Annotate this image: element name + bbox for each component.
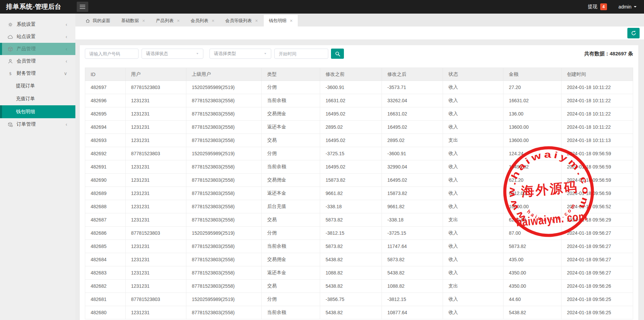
table-cell: 16495.02 [320, 107, 382, 121]
sidebar-subitem-recharge-orders[interactable]: 充值订单 [0, 92, 75, 105]
chevron-left-icon: ‹ [66, 34, 67, 39]
sidebar-toggle-button[interactable] [77, 2, 88, 12]
user-icon [7, 58, 14, 64]
close-icon[interactable]: × [255, 18, 258, 23]
close-icon[interactable]: × [177, 18, 180, 23]
table-cell: 16495.02 [320, 134, 382, 147]
sidebar-item-order-management[interactable]: 订单管理‹ [0, 118, 75, 130]
withdraw-label: 提现 [588, 4, 597, 10]
header-right: 提现 4 admin [588, 3, 644, 10]
table-cell: 2024-01-18 09:56:27 [562, 240, 633, 253]
sidebar-item-finance-management[interactable]: $财务管理∨ [0, 67, 75, 79]
status-select[interactable]: 请选择状态 ▼ [142, 49, 203, 59]
sidebar-subitem-withdraw-orders[interactable]: 提现订单 [0, 79, 75, 92]
table-cell: 分佣 [262, 147, 320, 160]
column-header: ID [85, 68, 126, 81]
refresh-button[interactable] [627, 28, 640, 38]
table-cell: 收入 [443, 240, 503, 253]
search-icon [334, 51, 341, 57]
table-cell: 2024-01-18 09:56:59 [562, 160, 633, 174]
sidebar-item-system-settings[interactable]: 系统设置‹ [0, 18, 75, 31]
column-header: 用户 [126, 68, 186, 81]
table-cell: 1231231 [126, 280, 186, 293]
table-cell: 482682 [85, 280, 126, 293]
sidebar-subitem-wallet-details[interactable]: 钱包明细 [0, 105, 75, 118]
table-cell: 27.20 [503, 81, 562, 94]
table-cell: 87781523803 [126, 227, 186, 240]
table-cell: 87781523803 [126, 81, 186, 94]
table-cell: -3600.91 [320, 81, 382, 94]
sidebar-item-site-settings[interactable]: 站点设置‹ [0, 31, 75, 43]
table-cell: 15202595989(2519) [186, 293, 262, 306]
cube-icon [7, 46, 14, 52]
table-cell: 15873.82 [382, 187, 443, 200]
tab-member-level-list[interactable]: 会员等级列表× [220, 15, 263, 26]
start-time-input[interactable] [274, 49, 328, 59]
chevron-left-icon: ‹ [66, 47, 67, 51]
tab-member-list[interactable]: 会员列表× [185, 15, 219, 26]
table-cell: 当前余额 [262, 306, 320, 319]
close-icon[interactable]: × [211, 18, 214, 23]
search-button[interactable] [331, 49, 344, 59]
sidebar-item-label: 财务管理 [17, 70, 36, 76]
table-cell: 32990.04 [382, 160, 443, 174]
table-cell: -338.18 [320, 200, 382, 213]
table-cell: 收入 [443, 174, 503, 187]
table-cell: 2024-01-18 09:56:26 [562, 280, 633, 293]
table-row: 482696123123187781523803(2558)当前余额16631.… [85, 94, 633, 107]
type-select[interactable]: 请选择类型 ▼ [209, 49, 271, 59]
table-cell: 1088.82 [320, 266, 382, 280]
table-cell: 87781523803(2558) [186, 134, 262, 147]
withdraw-shortcut[interactable]: 提现 4 [588, 3, 607, 10]
table-cell: 1231231 [126, 107, 186, 121]
table-row: 482689123123187781523803(2558)返还本金9661.8… [85, 187, 633, 200]
table-cell: 16495.02 [503, 160, 562, 174]
table-cell: 2024-01-18 10:11:22 [562, 94, 633, 107]
table-cell: 16631.02 [503, 94, 562, 107]
table-row: 482687123123187781523803(2558)交易5873.82-… [85, 213, 633, 227]
table-cell: 支出 [443, 280, 503, 293]
table-cell: 15202595989(2519) [186, 81, 262, 94]
table-cell: -3573.71 [382, 81, 443, 94]
table-row: 482684123123187781523803(2558)交易佣金5438.8… [85, 253, 633, 266]
tab-label: 我的桌面 [93, 18, 110, 24]
table-row: 482694123123187781523803(2558)返还本金2895.0… [85, 121, 633, 134]
tab-my-desktop[interactable]: 我的桌面 [80, 15, 115, 26]
user-menu[interactable]: admin [619, 4, 637, 10]
table-cell: 收入 [443, 107, 503, 121]
close-icon[interactable]: × [142, 18, 145, 23]
table-cell: 1231231 [126, 213, 186, 227]
username: admin [619, 4, 631, 10]
tab-product-list[interactable]: 产品列表× [151, 15, 185, 26]
sidebar-item-member-management[interactable]: 会员管理‹ [0, 55, 75, 67]
table-cell: 124.24 [503, 147, 562, 160]
table-cell: 后台充值 [262, 200, 320, 213]
gear-icon [7, 22, 14, 28]
table-cell: 返还本金 [262, 187, 320, 200]
tab-basic-data[interactable]: 基础数据× [116, 15, 150, 26]
table-cell: 87781523803(2558) [186, 200, 262, 213]
dollar-icon: $ [7, 71, 14, 76]
table-cell: 87781523803 [126, 293, 186, 306]
table-cell: 87781523803(2558) [186, 306, 262, 319]
sidebar-item-product-management[interactable]: 产品管理‹ [0, 43, 75, 55]
table-cell: 1231231 [126, 266, 186, 280]
table-cell: 13600.00 [503, 134, 562, 147]
table-cell: 支出 [443, 134, 503, 147]
table-row: 4826928778152380315202595989(2519)分佣-372… [85, 147, 633, 160]
user-number-input[interactable] [85, 49, 139, 59]
table-cell: 交易 [262, 134, 320, 147]
main-area: 我的桌面基础数据×产品列表×会员列表×会员等级列表×钱包明细× 请选择状态 ▼ … [75, 0, 644, 320]
table-cell: 2024-01-18 10:11:22 [562, 107, 633, 121]
table-cell: 分佣 [262, 227, 320, 240]
table-cell: 当前余额 [262, 160, 320, 174]
sidebar-subitem-label: 充值订单 [16, 96, 35, 102]
table-cell: 87781523803(2558) [186, 266, 262, 280]
hamburger-icon [79, 4, 86, 9]
table-cell: -338.18 [382, 213, 443, 227]
tab-wallet-details[interactable]: 钱包明细× [264, 15, 298, 26]
table-cell: 33262.04 [382, 94, 443, 107]
close-icon[interactable]: × [290, 18, 293, 23]
table-row: 482683123123187781523803(2558)返还本金1088.8… [85, 266, 633, 280]
toolbar [75, 26, 644, 39]
